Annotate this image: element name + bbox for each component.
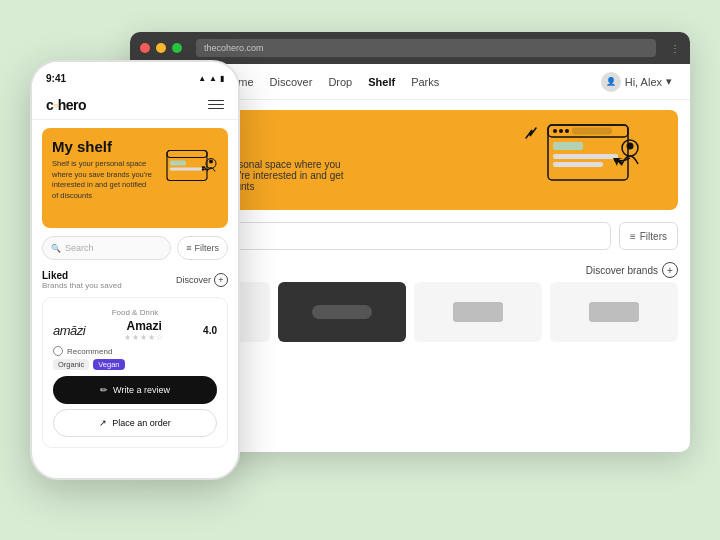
browser-maximize-btn[interactable]	[172, 43, 182, 53]
brand-name-col: Amazi ★★★★☆	[124, 319, 164, 342]
recommend-radio[interactable]	[53, 346, 63, 356]
nav-drop[interactable]: Drop	[328, 76, 352, 88]
brand-tags: Organic Vegan	[53, 359, 217, 370]
mobile-filter-label: Filters	[195, 243, 220, 253]
pencil-icon: ✏	[100, 385, 108, 395]
svg-point-2	[553, 129, 557, 133]
svg-point-3	[559, 129, 563, 133]
discover-label: Discover	[176, 275, 211, 285]
plus-circle-icon: +	[662, 262, 678, 278]
browser-more-icon[interactable]: ⋮	[670, 43, 680, 54]
filter-icon: ≡	[630, 231, 636, 242]
nav-discover[interactable]: Discover	[270, 76, 313, 88]
brand-card-4[interactable]	[550, 282, 678, 342]
svg-point-11	[627, 143, 634, 150]
discover-brands-btn[interactable]: Discover brands +	[586, 262, 678, 278]
mobile-search-row: 🔍 Search ≡ Filters	[32, 228, 238, 264]
liked-title-col: Liked Brands that you saved	[42, 270, 122, 290]
address-text: thecohero.com	[204, 43, 264, 53]
wifi-icon: ▲	[209, 74, 217, 83]
nav-user[interactable]: 👤 Hi, Alex ▾	[601, 72, 672, 92]
browser-controls: ⋮	[670, 43, 680, 54]
mobile-phone: 9:41 ▲ ▲ ▮ c◦hero My shelf Shelf is your…	[30, 60, 240, 480]
hero-illustration	[518, 120, 648, 200]
svg-rect-8	[553, 162, 603, 167]
mobile-logo: c◦hero	[46, 97, 86, 113]
hamburger-menu[interactable]	[208, 100, 224, 110]
hamburger-line-2	[208, 104, 224, 106]
write-review-btn[interactable]: ✏ Write a review	[53, 376, 217, 404]
mobile-search-input[interactable]: 🔍 Search	[42, 236, 171, 260]
brand-category: Food & Drink	[53, 308, 217, 317]
avatar: 👤	[601, 72, 621, 92]
mobile-discover-btn[interactable]: Discover +	[176, 273, 228, 287]
svg-point-4	[565, 129, 569, 133]
brand-main-row: amāzi Amazi ★★★★☆ 4.0	[53, 319, 217, 342]
battery-icon: ▮	[220, 74, 224, 83]
svg-point-20	[202, 168, 204, 170]
svg-point-19	[209, 160, 213, 164]
svg-rect-6	[553, 142, 583, 150]
place-order-btn[interactable]: ↗ Place an order	[53, 409, 217, 437]
browser-close-btn[interactable]	[140, 43, 150, 53]
svg-point-12	[614, 158, 618, 162]
signal-icon: ▲	[198, 74, 206, 83]
brand-logo: amāzi	[53, 323, 85, 338]
svg-rect-16	[170, 168, 202, 171]
search-placeholder: Search	[65, 243, 94, 253]
mobile-hero-subtitle: Shelf is your personal space where you s…	[52, 159, 152, 201]
nav-parks[interactable]: Parks	[411, 76, 439, 88]
liked-section-header: Liked Brands that you saved Discover +	[32, 264, 238, 293]
write-review-label: Write a review	[113, 385, 170, 395]
brand-recommend: Recommend	[53, 346, 217, 356]
svg-rect-7	[553, 154, 618, 159]
external-icon: ↗	[99, 418, 107, 428]
brand-pill-2	[312, 305, 372, 319]
mobile-hero: My shelf Shelf is your personal space wh…	[42, 128, 228, 228]
svg-rect-15	[170, 161, 186, 166]
brand-placeholder-4	[589, 302, 639, 322]
nav-shelf[interactable]: Shelf	[368, 76, 395, 88]
user-label: Hi, Alex	[625, 76, 662, 88]
search-icon: 🔍	[51, 244, 61, 253]
svg-rect-14	[167, 151, 207, 158]
desktop-filter-btn[interactable]: ≡ Filters	[619, 222, 678, 250]
svg-rect-5	[572, 128, 612, 135]
liked-subtitle: Brands that you saved	[42, 281, 122, 290]
brand-placeholder-3	[453, 302, 503, 322]
discover-brands-label: Discover brands	[586, 265, 658, 276]
plus-icon: +	[214, 273, 228, 287]
mobile-filter-btn[interactable]: ≡ Filters	[177, 236, 228, 260]
hamburger-line-3	[208, 108, 224, 110]
address-bar[interactable]: thecohero.com	[196, 39, 656, 57]
chevron-down-icon: ▾	[666, 75, 672, 88]
filter-label: Filters	[640, 231, 667, 242]
brand-card-3[interactable]	[414, 282, 542, 342]
mobile-hero-illustration	[157, 146, 222, 211]
place-order-label: Place an order	[112, 418, 171, 428]
mobile-nav: c◦hero	[32, 90, 238, 120]
brand-stars: ★★★★☆	[124, 333, 164, 342]
nav-links: Home Discover Drop Shelf Parks	[224, 76, 580, 88]
mobile-brand-card: Food & Drink amāzi Amazi ★★★★☆ 4.0 Recom…	[42, 297, 228, 448]
tag-organic: Organic	[53, 359, 89, 370]
brand-rating: 4.0	[203, 325, 217, 336]
status-icons: ▲ ▲ ▮	[198, 74, 224, 83]
mobile-filter-icon: ≡	[186, 243, 191, 253]
browser-minimize-btn[interactable]	[156, 43, 166, 53]
tag-vegan: Vegan	[93, 359, 124, 370]
brand-card-2[interactable]	[278, 282, 406, 342]
status-time: 9:41	[46, 73, 66, 84]
brand-name: Amazi	[124, 319, 164, 333]
status-bar: 9:41 ▲ ▲ ▮	[32, 62, 238, 90]
recommend-label: Recommend	[67, 347, 112, 356]
hamburger-line-1	[208, 100, 224, 102]
liked-title: Liked	[42, 270, 122, 281]
